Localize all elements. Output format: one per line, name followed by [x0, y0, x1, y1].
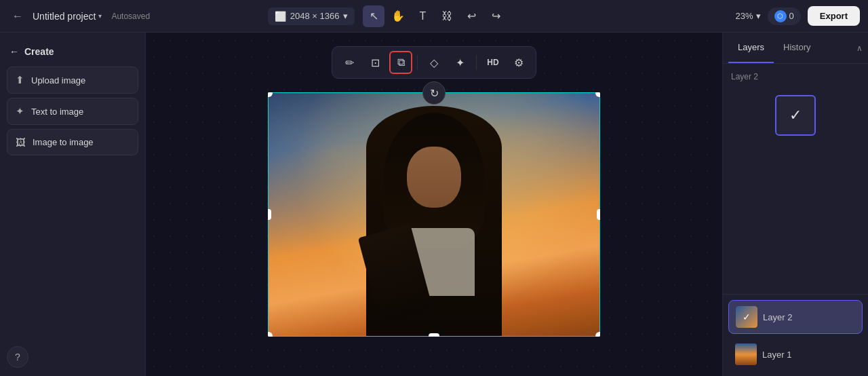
- canvas-image-container: [268, 92, 600, 337]
- topbar-center: ⬜ 2048 × 1366 ▾ ↖ ✋ T ⛓ ↩ ↪: [268, 5, 507, 27]
- layer2-label: Layer 2: [763, 312, 792, 322]
- topbar: ← Untitled project ▾ Autosaved ⬜ 2048 × …: [0, 0, 868, 33]
- upload-image-button[interactable]: ⬆ Upload image: [7, 67, 138, 94]
- canvas-image[interactable]: [268, 92, 600, 337]
- settings-icon: ⚙: [514, 56, 524, 69]
- credit-count: 0: [789, 11, 794, 21]
- enhance-tool-button[interactable]: ✦: [448, 51, 471, 74]
- tab-history[interactable]: History: [774, 33, 820, 63]
- text-to-image-label: Text to image: [31, 107, 83, 117]
- image-to-image-label: Image to image: [33, 137, 94, 147]
- help-icon: ?: [15, 352, 20, 362]
- brush-tool-button[interactable]: ✏: [338, 51, 361, 74]
- move-icon: ✋: [391, 10, 405, 22]
- main-layout: ← Create ⬆ Upload image ✦ Text to image …: [0, 33, 868, 376]
- create-header[interactable]: ← Create: [7, 41, 138, 62]
- project-name-chevron: ▾: [98, 12, 102, 20]
- settings-button[interactable]: ⚙: [507, 51, 530, 74]
- layer2-thumbnail: ✓: [736, 306, 757, 328]
- layer-thumbnail-container: ✓: [731, 90, 860, 141]
- text-to-image-icon: ✦: [16, 105, 24, 117]
- canvas-resize-icon: ⬜: [275, 11, 286, 22]
- layer1-thumbnail: [735, 343, 757, 365]
- export-button[interactable]: Export: [808, 6, 860, 26]
- sidebar-footer: ?: [7, 339, 138, 368]
- help-button[interactable]: ?: [7, 346, 28, 368]
- brush-icon: ✏: [345, 56, 354, 69]
- canvas-area[interactable]: ✏ ⊡ ⧉ ◇ ✦ HD ⚙ ↻: [146, 33, 722, 376]
- topbar-right: 23% ▾ ⬡ 0 Export: [736, 6, 860, 26]
- collapse-icon: ∧: [856, 43, 863, 53]
- select-tool-button[interactable]: ↖: [363, 5, 384, 27]
- text-icon: T: [419, 10, 426, 22]
- canvas-size-label: 2048 × 1366: [290, 11, 340, 21]
- create-back-icon: ←: [9, 46, 19, 57]
- toolbar-tools: ↖ ✋ T ⛓ ↩ ↪: [363, 5, 507, 27]
- zoom-button[interactable]: 23% ▾: [736, 11, 761, 21]
- layer-preview-title: Layer 2: [731, 72, 860, 81]
- eraser-icon: ◇: [430, 56, 438, 69]
- outpaint-icon: ⧉: [397, 56, 405, 69]
- crop-tool-button[interactable]: ⊡: [363, 51, 387, 74]
- project-name-group[interactable]: Untitled project ▾: [33, 11, 102, 22]
- link-tool-button[interactable]: ⛓: [436, 5, 458, 27]
- zoom-chevron: ▾: [756, 11, 761, 21]
- upload-image-label: Upload image: [31, 75, 85, 86]
- upload-icon: ⬆: [16, 74, 24, 86]
- refresh-button[interactable]: ↻: [422, 81, 446, 105]
- select-icon: ↖: [370, 10, 378, 22]
- layer2-thumb-image: ✓: [736, 306, 757, 328]
- layer1-label: Layer 1: [762, 350, 791, 360]
- layer-preview-area: Layer 2 ✓: [723, 64, 868, 294]
- zoom-level: 23%: [736, 11, 753, 21]
- left-sidebar: ← Create ⬆ Upload image ✦ Text to image …: [0, 33, 146, 376]
- back-button[interactable]: ←: [8, 7, 27, 26]
- undo-icon: ↩: [467, 10, 476, 22]
- outpaint-tool-button[interactable]: ⧉: [389, 51, 412, 74]
- toolbar-separator-1: [417, 55, 418, 70]
- text-tool-button[interactable]: T: [412, 5, 433, 27]
- layer-list: ✓ Layer 2: [723, 294, 868, 376]
- right-panel: Layers History ∧ Layer 2 ✓ ✓: [722, 33, 868, 376]
- hd-label: HD: [484, 58, 501, 67]
- refresh-icon: ↻: [430, 87, 439, 100]
- undo-button[interactable]: ↩: [460, 5, 482, 27]
- floating-toolbar: ✏ ⊡ ⧉ ◇ ✦ HD ⚙: [332, 46, 536, 79]
- credit-badge[interactable]: ⬡ 0: [768, 7, 801, 25]
- enhance-icon: ✦: [456, 56, 465, 69]
- layer1-thumb-image: [735, 343, 757, 365]
- image-to-image-button[interactable]: 🖼 Image to image: [7, 129, 138, 155]
- link-icon: ⛓: [441, 10, 452, 22]
- crop-icon: ⊡: [371, 56, 380, 69]
- topbar-left: ← Untitled project ▾ Autosaved: [8, 7, 150, 26]
- tab-layers[interactable]: Layers: [728, 33, 774, 63]
- face-shape: [407, 147, 461, 208]
- layer-thumbnail[interactable]: ✓: [775, 95, 816, 136]
- toolbar-separator-2: [476, 55, 477, 70]
- layer-thumbnail-checkmark: ✓: [789, 107, 802, 124]
- credit-icon: ⬡: [774, 10, 787, 22]
- svg-rect-0: [735, 343, 757, 365]
- move-tool-button[interactable]: ✋: [387, 5, 409, 27]
- hd-button[interactable]: HD: [481, 51, 505, 74]
- eraser-tool-button[interactable]: ◇: [422, 51, 446, 74]
- redo-icon: ↪: [492, 10, 500, 22]
- layer-item-layer1[interactable]: Layer 1: [728, 338, 863, 371]
- layer-item-layer2[interactable]: ✓ Layer 2: [728, 300, 863, 334]
- project-name-text: Untitled project: [33, 11, 96, 22]
- image-to-image-icon: 🖼: [16, 136, 26, 148]
- canvas-size-button[interactable]: ⬜ 2048 × 1366 ▾: [268, 7, 355, 25]
- right-tabs: Layers History ∧: [723, 33, 868, 64]
- redo-button[interactable]: ↪: [485, 5, 507, 27]
- panel-collapse-button[interactable]: ∧: [856, 33, 863, 63]
- canvas-size-chevron: ▾: [343, 11, 348, 21]
- autosaved-status: Autosaved: [111, 12, 150, 21]
- text-to-image-button[interactable]: ✦ Text to image: [7, 98, 138, 125]
- create-label: Create: [24, 46, 54, 57]
